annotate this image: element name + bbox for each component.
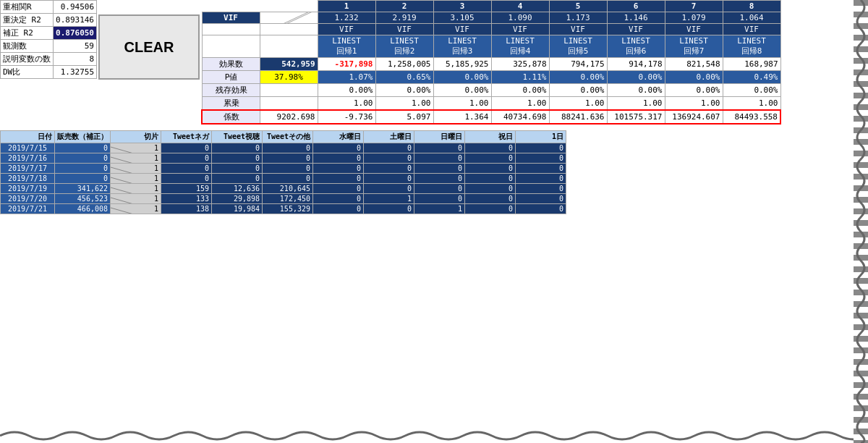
svg-line-4	[111, 167, 161, 173]
data-cell: 0	[364, 164, 414, 174]
row-value: 1.11%	[491, 71, 549, 84]
col-number: 7	[665, 1, 723, 12]
row-value: 88241.636	[549, 110, 607, 124]
vif-value: 1.173	[549, 12, 607, 24]
linest-label: LINEST 回帰5	[549, 35, 607, 58]
row-value: 0.00%	[318, 84, 375, 97]
data-sales: 0	[55, 143, 111, 153]
data-sales: 466,008	[55, 204, 111, 214]
data-cell: 0	[313, 164, 364, 174]
data-cell: 1	[111, 143, 161, 153]
vif-sublabel: VIF	[318, 24, 375, 35]
linest-label: LINEST 回帰4	[491, 35, 549, 58]
data-cell: 1	[111, 164, 161, 174]
data-cell: 1	[111, 174, 161, 184]
data-col-header: 祝日	[465, 131, 516, 143]
row-value: 0.00%	[723, 84, 780, 97]
data-cell: 133	[161, 194, 212, 204]
data-sales: 456,523	[55, 194, 111, 204]
data-sales: 0	[55, 174, 111, 184]
data-cell: 0	[212, 153, 263, 164]
stats-label: 補正 R2	[1, 27, 54, 40]
svg-line-6	[111, 177, 161, 183]
data-cell: 0	[364, 143, 414, 153]
data-sales: 0	[55, 153, 111, 164]
data-date: 2019/7/16	[1, 153, 55, 164]
data-cell: 0	[465, 184, 516, 194]
data-cell: 0	[465, 204, 516, 214]
svg-line-8	[111, 187, 161, 193]
col-number: 5	[549, 1, 607, 12]
linest-label: LINEST 回帰7	[665, 35, 723, 58]
linest-label: LINEST 回帰3	[433, 35, 491, 58]
row-value: 5.097	[375, 110, 433, 124]
data-cell: 0	[414, 143, 465, 153]
col-number: 2	[375, 1, 433, 12]
row-first-value	[260, 97, 318, 111]
data-sales: 0	[55, 164, 111, 174]
data-cell: 19,984	[212, 204, 263, 214]
row-value: 0.00%	[375, 84, 433, 97]
data-cell: 0	[313, 153, 364, 164]
data-cell: 0	[263, 143, 313, 153]
row-value: 325,878	[491, 58, 549, 71]
data-cell: 0	[516, 204, 566, 214]
data-cell: 0	[212, 174, 263, 184]
row-value: 1.00	[723, 97, 780, 111]
data-cell: 172,450	[263, 194, 313, 204]
data-cell: 1	[364, 194, 414, 204]
vif-sublabel: VIF	[491, 24, 549, 35]
data-cell: 0	[364, 204, 414, 214]
vif-value: 2.919	[375, 12, 433, 24]
vif-main-label: VIF	[202, 12, 260, 24]
row-value: 136924.607	[665, 110, 723, 124]
vif-value: 1.079	[665, 12, 723, 24]
data-col-header: 日付	[1, 131, 55, 143]
data-col-header: 販売数（補正）	[55, 131, 111, 143]
stats-value: 8	[54, 53, 97, 66]
data-cell: 0	[465, 143, 516, 153]
data-cell: 1	[111, 153, 161, 164]
stats-value: 0.876050	[54, 27, 97, 40]
row-value: 168,987	[723, 58, 780, 71]
regression-table: 12345678VIF1.2322.9193.1051.0901.1731.14…	[201, 0, 781, 125]
data-col-header: Tweet視聴	[212, 131, 263, 143]
clear-button[interactable]: CLEAR	[98, 14, 200, 80]
data-cell: 0	[313, 174, 364, 184]
stats-table: 重相関R0.94506重決定 R20.893146補正 R20.876050観測…	[0, 0, 97, 79]
data-cell: 29,898	[212, 194, 263, 204]
row-value: 1.00	[318, 97, 375, 111]
wavy-border-bottom	[0, 429, 868, 443]
row-first-value: 9202.698	[260, 110, 318, 124]
data-date: 2019/7/19	[1, 184, 55, 194]
row-value: -9.736	[318, 110, 375, 124]
stats-label: 重決定 R2	[1, 14, 54, 27]
stats-label: 説明変数の数	[1, 53, 54, 66]
row-value: 5,185,925	[433, 58, 491, 71]
col-number: 6	[607, 1, 665, 12]
stats-label: 重相関R	[1, 1, 54, 14]
row-label: 効果数	[202, 58, 260, 71]
row-value: 794,175	[549, 58, 607, 71]
data-cell: 0	[414, 184, 465, 194]
data-col-header: 日曜日	[414, 131, 465, 143]
data-cell: 0	[414, 174, 465, 184]
data-cell: 0	[161, 174, 212, 184]
row-value: 1.07%	[318, 71, 375, 84]
row-value: 1.00	[433, 97, 491, 111]
data-date: 2019/7/17	[1, 164, 55, 174]
diagonal-cell	[260, 12, 318, 24]
row-value: 1,258,005	[375, 58, 433, 71]
col-number: 4	[491, 1, 549, 12]
row-value: 1.00	[375, 97, 433, 111]
data-cell: 0	[465, 174, 516, 184]
row-value: 914,178	[607, 58, 665, 71]
data-cell: 0	[313, 143, 364, 153]
data-cell: 0	[263, 174, 313, 184]
vif-value: 1.232	[318, 12, 375, 24]
svg-line-2	[111, 157, 161, 163]
data-cell: 0	[516, 174, 566, 184]
data-cell: 0	[364, 184, 414, 194]
row-value: 1.00	[549, 97, 607, 111]
row-label: 残存効果	[202, 84, 260, 97]
